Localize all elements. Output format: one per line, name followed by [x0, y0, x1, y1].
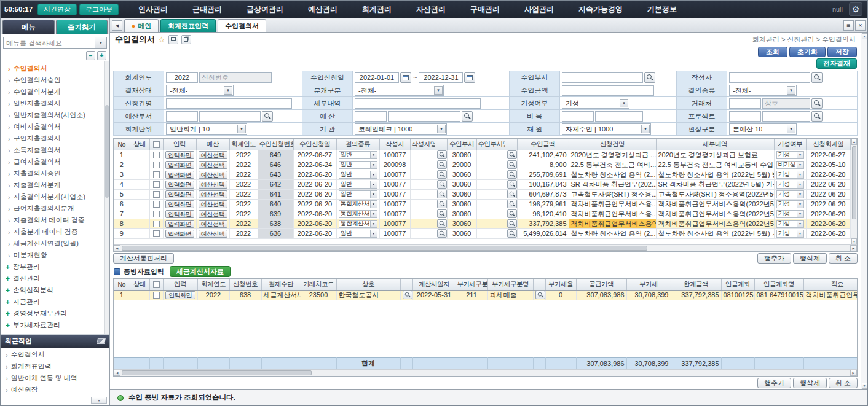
fund-source-select[interactable]: 자체수입 | 1000▼: [562, 123, 651, 135]
row-checkbox[interactable]: [153, 221, 160, 227]
budget-select-button[interactable]: 예산선택: [199, 151, 227, 159]
sidebar-item[interactable]: ›지출분개 데이터 검증: [1, 226, 104, 238]
scroll-left-icon[interactable]: ◀: [114, 370, 120, 376]
sidebar-item[interactable]: +자금관리: [1, 296, 104, 308]
budget-select-button[interactable]: 예산선택: [199, 230, 227, 238]
budget-name-input[interactable]: [388, 111, 460, 122]
search-button[interactable]: [644, 72, 655, 83]
cancel-button[interactable]: 취 소: [829, 253, 858, 264]
resolution-type-cell-select[interactable]: 일반▼: [339, 230, 377, 238]
resolution-type-cell-select[interactable]: 일반▼: [339, 190, 377, 198]
page-vertical-scrollbar[interactable]: ▲ ▼: [861, 33, 867, 389]
date-to-input[interactable]: [419, 72, 463, 83]
expense-item-name-input[interactable]: [595, 111, 643, 122]
resolution-type-cell-select[interactable]: 일반▼: [339, 161, 377, 169]
project-name-input[interactable]: [762, 111, 810, 122]
recent-work-item[interactable]: ›수입결의서: [1, 349, 109, 361]
row-checkbox[interactable]: [153, 152, 160, 158]
sidebar-item[interactable]: ›급여지출결의서분개: [1, 203, 104, 214]
topbar-menu-item[interactable]: 급상여관리: [247, 4, 283, 15]
menu-search-input[interactable]: [3, 37, 95, 49]
favorite-star-icon[interactable]: ☆: [158, 35, 165, 44]
sidebar-item[interactable]: ›구입지출결의서: [1, 133, 104, 144]
vendor-code-input[interactable]: [729, 98, 761, 109]
resolution-type-cell-select[interactable]: 일반▼: [339, 181, 377, 189]
query-button[interactable]: 조회: [758, 47, 787, 57]
sidebar-item[interactable]: ›여비지출결의서: [1, 121, 104, 133]
sidebar-item[interactable]: ›지출결의서 데이터 검증: [1, 214, 104, 226]
writer-input[interactable]: [729, 72, 810, 83]
input-screen-button[interactable]: 입력화면: [165, 151, 194, 159]
calendar-icon[interactable]: [464, 72, 475, 83]
sidebar-item[interactable]: ›세금계산서연결(일괄): [1, 238, 104, 249]
budget-dept-code-input[interactable]: [166, 111, 198, 122]
completion-select[interactable]: 기성▼: [562, 98, 629, 109]
topbar-menu-item[interactable]: 회계관리: [362, 4, 392, 15]
row-checkbox[interactable]: [153, 181, 160, 188]
search-button[interactable]: [811, 98, 823, 109]
sidebar-item[interactable]: +손익실적분석: [1, 284, 104, 296]
search-button[interactable]: [507, 150, 517, 159]
scroll-down-icon[interactable]: ▼: [862, 383, 867, 389]
budget-dept-name-input[interactable]: [199, 111, 261, 122]
search-button[interactable]: [507, 219, 517, 228]
scroll-right-icon[interactable]: ▶: [850, 245, 857, 251]
recent-work-item[interactable]: ›일반이체 연동 및 내역: [1, 372, 109, 384]
resolution-type-cell-select[interactable]: 일반▼: [339, 151, 377, 159]
input-screen-button[interactable]: 입력화면: [165, 161, 194, 169]
grid-row[interactable]: 1입력화면예산선택20226492022-06-27일반▼10007730060…: [114, 150, 851, 160]
sidebar-item[interactable]: +경영정보재무관리: [1, 308, 104, 319]
input-screen-button[interactable]: 입력화면: [165, 200, 194, 208]
completion-cell-select[interactable]: 기성▼: [776, 190, 804, 198]
delete-row-button[interactable]: 행삭제: [793, 253, 827, 264]
completion-cell-select[interactable]: 기성▼: [776, 230, 804, 238]
grid-row[interactable]: 5입력화면예산선택20226412022-06-20일반▼10007730060…: [114, 189, 851, 199]
request-no-input[interactable]: [199, 72, 272, 83]
organization-select[interactable]: 코레일테크 | 1000▼: [355, 123, 447, 135]
select-all-checkbox[interactable]: [153, 281, 160, 288]
input-screen-button[interactable]: 입력화면: [165, 181, 194, 189]
topbar-menu-item[interactable]: 예산관리: [308, 4, 337, 15]
evidence-grid-horizontal-scrollbar[interactable]: ◀ ▶: [114, 369, 857, 376]
grid-row[interactable]: 1입력화면2022638세금계산서/...23500한국철도공사2022-05-…: [114, 290, 858, 300]
search-button[interactable]: [437, 160, 447, 169]
scroll-up-icon[interactable]: ▲: [862, 33, 867, 39]
completion-cell-select[interactable]: 비기성▼: [776, 161, 804, 169]
invoice-merge-button[interactable]: 계산서통합처리: [113, 253, 174, 264]
search-button[interactable]: [507, 200, 517, 208]
scrollbar-thumb[interactable]: [105, 105, 109, 198]
tax-invoice-data-button[interactable]: 세금계산서자료: [170, 266, 231, 277]
reset-button[interactable]: 초기화: [789, 47, 826, 57]
sidebar-item[interactable]: ›수입결의서: [1, 63, 104, 74]
budget-class-select[interactable]: 본예산 10▼: [729, 123, 797, 135]
grid-row[interactable]: 6입력화면예산선택20226402022-06-20통합계산서▼10007730…: [114, 199, 851, 209]
row-checkbox[interactable]: [153, 162, 160, 168]
budget-code-input[interactable]: [355, 111, 387, 122]
grid-row[interactable]: 7입력화면예산선택20226392022-06-20통합계산서▼10007730…: [114, 209, 851, 219]
search-button[interactable]: [437, 219, 447, 228]
expand-all-button[interactable]: +: [97, 51, 106, 60]
income-dept-input[interactable]: [562, 72, 643, 83]
popup-icon[interactable]: [181, 35, 191, 44]
sidebar-item[interactable]: ›지출결의서승인: [1, 168, 104, 179]
scroll-down-icon[interactable]: ▼: [851, 238, 857, 244]
resolution-type-select[interactable]: -전체-▼: [729, 85, 797, 96]
search-button[interactable]: [507, 170, 517, 179]
search-button[interactable]: [462, 111, 473, 122]
input-screen-button[interactable]: 입력화면: [165, 291, 195, 299]
add-row-button[interactable]: 행추가: [757, 253, 791, 264]
chevron-down-icon[interactable]: ▼: [95, 37, 107, 49]
scrollbar-thumb[interactable]: [122, 370, 312, 375]
completion-cell-select[interactable]: 기성▼: [776, 171, 804, 179]
sidebar-item[interactable]: ›지출결의서분개(사업소): [1, 191, 104, 203]
topbar-menu-item[interactable]: 근태관리: [192, 4, 222, 15]
screen-icon[interactable]: [168, 35, 178, 44]
journal-type-select[interactable]: -전체-▼: [355, 85, 444, 96]
sidebar-item[interactable]: ›지출결의서분개: [1, 179, 104, 191]
recent-work-item[interactable]: ›예산원장: [1, 384, 109, 396]
search-button[interactable]: [437, 229, 447, 238]
sidebar-item[interactable]: ›수입결의서분개: [1, 86, 104, 98]
scroll-right-icon[interactable]: ▶: [850, 370, 857, 376]
sidebar-tab-menu[interactable]: 메뉴: [2, 20, 55, 34]
scroll-down-icon[interactable]: ▼: [91, 397, 107, 404]
